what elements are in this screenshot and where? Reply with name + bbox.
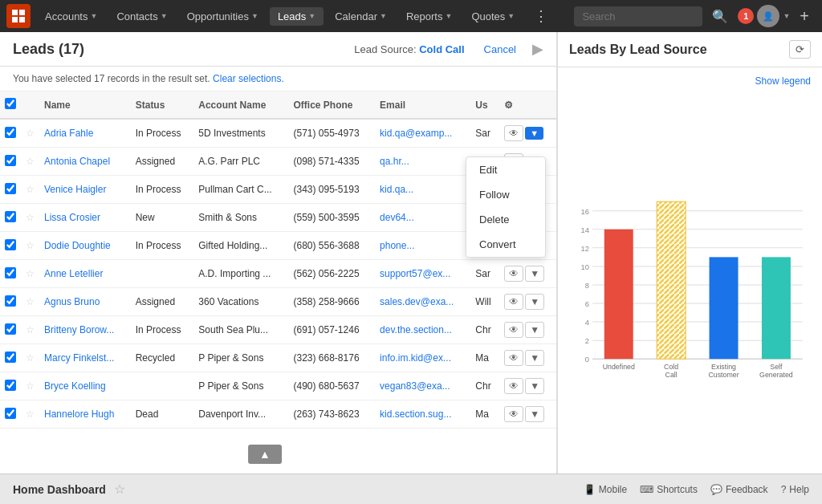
avatar[interactable]: 👤 [757, 5, 779, 27]
col-status[interactable]: Status [131, 91, 194, 119]
nav-item-contacts[interactable]: Contacts ▼ [108, 7, 175, 26]
refresh-button[interactable]: ⟳ [789, 40, 811, 59]
col-phone[interactable]: Office Phone [289, 91, 376, 119]
preview-button[interactable]: 👁 [504, 378, 523, 394]
dropdown-convert[interactable]: Convert [466, 232, 545, 257]
dropdown-button[interactable]: ▼ [525, 294, 544, 310]
nav-item-opportunities[interactable]: Opportunities ▼ [179, 7, 267, 26]
row-name[interactable]: Venice Haigler [39, 176, 131, 204]
row-name[interactable]: Adria Fahle [39, 119, 131, 148]
row-checkbox[interactable] [0, 148, 21, 176]
row-checkbox[interactable] [0, 260, 21, 288]
row-star[interactable]: ☆ [21, 316, 39, 344]
dropdown-button[interactable]: ▼ [525, 322, 544, 338]
row-email[interactable]: dev64... [375, 204, 470, 232]
nav-more-icon[interactable]: ⋮ [526, 4, 556, 28]
preview-button[interactable]: 👁 [504, 266, 523, 282]
dropdown-button[interactable]: ▼ [525, 406, 544, 422]
chart-area: Show legend 0246810121416UndefinedColdCa… [558, 67, 822, 474]
svg-text:Undefined: Undefined [603, 363, 635, 371]
row-star[interactable]: ☆ [21, 372, 39, 400]
dropdown-delete[interactable]: Delete [466, 207, 545, 232]
nav-item-quotes[interactable]: Quotes ▼ [463, 7, 523, 26]
row-name[interactable]: Lissa Crosier [39, 204, 131, 232]
search-input[interactable] [574, 6, 702, 26]
row-star[interactable]: ☆ [21, 288, 39, 316]
preview-button[interactable]: 👁 [504, 350, 523, 366]
row-star[interactable]: ☆ [21, 119, 39, 148]
row-star[interactable]: ☆ [21, 400, 39, 429]
row-email[interactable]: kid.qa@examp... [375, 119, 470, 148]
row-star[interactable]: ☆ [21, 204, 39, 232]
select-all-checkbox[interactable] [0, 91, 21, 119]
row-email[interactable]: kid.qa... [375, 176, 470, 204]
dropdown-button[interactable]: ▼ [525, 378, 544, 394]
svg-text:12: 12 [581, 245, 589, 253]
row-name[interactable]: Antonia Chapel [39, 148, 131, 176]
dropdown-button[interactable]: ▼ [525, 266, 544, 282]
row-email[interactable]: qa.hr... [375, 148, 470, 176]
cancel-button[interactable]: Cancel [484, 43, 516, 55]
row-email[interactable]: kid.section.sug... [375, 400, 470, 429]
add-icon[interactable]: + [793, 4, 816, 29]
preview-button[interactable]: 👁 [504, 125, 523, 141]
row-checkbox[interactable] [0, 400, 21, 429]
preview-button[interactable]: 👁 [504, 322, 523, 338]
dropdown-edit[interactable]: Edit [466, 157, 545, 182]
row-star[interactable]: ☆ [21, 344, 39, 372]
row-account: P Piper & Sons [193, 372, 288, 400]
scroll-up-button[interactable]: ▲ [248, 445, 282, 464]
row-email[interactable]: support57@ex... [375, 260, 470, 288]
dropdown-button[interactable]: ▼ [525, 350, 544, 366]
search-icon[interactable]: 🔍 [706, 6, 735, 27]
row-star[interactable]: ☆ [21, 176, 39, 204]
row-name[interactable]: Anne Letellier [39, 260, 131, 288]
row-email[interactable]: sales.dev@exa... [375, 288, 470, 316]
table-row: ☆ Marcy Finkelst... Recycled P Piper & S… [0, 344, 556, 372]
svg-rect-2 [12, 17, 18, 22]
show-legend-button[interactable]: Show legend [569, 75, 811, 87]
dropdown-follow[interactable]: Follow [466, 182, 545, 207]
col-email[interactable]: Email [375, 91, 470, 119]
row-star[interactable]: ☆ [21, 232, 39, 260]
nav-item-reports[interactable]: Reports ▼ [398, 7, 460, 26]
row-star[interactable]: ☆ [21, 148, 39, 176]
row-name[interactable]: Marcy Finkelst... [39, 344, 131, 372]
preview-button[interactable]: 👁 [504, 294, 523, 310]
row-checkbox[interactable] [0, 176, 21, 204]
row-checkbox[interactable] [0, 344, 21, 372]
nav-item-accounts[interactable]: Accounts ▼ [37, 7, 105, 26]
row-checkbox[interactable] [0, 232, 21, 260]
row-name[interactable]: Britteny Borow... [39, 316, 131, 344]
home-dashboard-label[interactable]: Home Dashboard [13, 483, 106, 496]
row-checkbox[interactable] [0, 316, 21, 344]
row-checkbox[interactable] [0, 204, 21, 232]
col-name[interactable]: Name [39, 91, 131, 119]
row-name[interactable]: Hannelore Hugh [39, 400, 131, 429]
nav-item-calendar[interactable]: Calendar ▼ [327, 7, 395, 26]
favorite-star-icon[interactable]: ☆ [114, 482, 125, 497]
row-email[interactable]: phone... [375, 232, 470, 260]
preview-button[interactable]: 👁 [504, 406, 523, 422]
row-name[interactable]: Dodie Doughtie [39, 232, 131, 260]
row-email[interactable]: vegan83@exa... [375, 372, 470, 400]
row-email[interactable]: dev.the.section... [375, 316, 470, 344]
dropdown-button[interactable]: ▼ [525, 127, 543, 140]
row-name[interactable]: Bryce Koelling [39, 372, 131, 400]
chevron-down-icon: ▼ [251, 12, 258, 20]
row-checkbox[interactable] [0, 288, 21, 316]
row-star[interactable]: ☆ [21, 260, 39, 288]
row-account: A.D. Importing ... [193, 260, 288, 288]
row-name[interactable]: Agnus Bruno [39, 288, 131, 316]
row-checkbox[interactable] [0, 372, 21, 400]
row-checkbox[interactable] [0, 119, 21, 148]
clear-selections-link[interactable]: Clear selections. [213, 73, 284, 84]
nav-item-leads[interactable]: Leads ▼ [270, 7, 324, 26]
notification-badge[interactable]: 1 [738, 8, 754, 24]
col-account[interactable]: Account Name [193, 91, 288, 119]
row-email[interactable]: info.im.kid@ex... [375, 344, 470, 372]
app-logo[interactable] [6, 4, 31, 28]
chevron-down-icon: ▼ [507, 12, 515, 20]
row-user: Sar [470, 119, 499, 148]
col-settings[interactable]: ⚙ [499, 91, 556, 119]
